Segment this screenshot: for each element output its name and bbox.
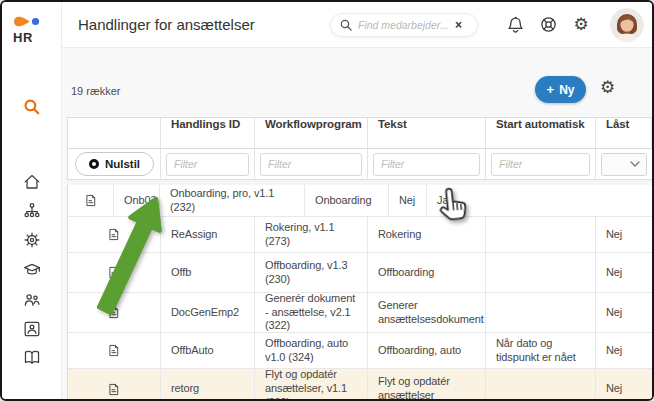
cell-tekst: Onboarding (305, 185, 389, 217)
cell-laast: Ja (427, 185, 652, 217)
reset-icon (89, 159, 99, 169)
sidebar-item-people[interactable] (22, 290, 42, 310)
cell-handlings-id: ReAssign (161, 217, 255, 253)
document-icon[interactable] (107, 227, 121, 242)
column-header-laast[interactable]: Låst (596, 118, 652, 149)
search-input[interactable] (358, 19, 450, 31)
table-filter-row: Nulstil (68, 149, 652, 180)
topbar: Handlinger for ansættelser × ⚙ (62, 2, 652, 48)
cell-start-automatisk (486, 293, 596, 333)
document-icon[interactable] (107, 343, 121, 358)
notifications-button[interactable] (505, 15, 525, 35)
filter-cell-reset: Nulstil (68, 149, 161, 180)
column-header-tekst[interactable]: Tekst (368, 118, 486, 149)
chevron-down-icon (630, 161, 640, 167)
filter-input-workflowprogram[interactable] (260, 153, 362, 176)
new-button[interactable]: + Ny (535, 76, 586, 103)
cell-workflowprogram: Onboarding, pro, v1.1 (232) (160, 185, 305, 217)
cell-tekst: Rokering (368, 217, 486, 253)
cell-start-automatisk (486, 369, 596, 401)
lifebuoy-icon (539, 15, 558, 34)
bell-icon (506, 15, 525, 34)
document-icon[interactable] (107, 382, 121, 397)
cell-tekst: Flyt og opdatér ansættelser (368, 369, 486, 401)
row-icon-cell (68, 253, 161, 293)
page-title: Handlinger for ansættelser (78, 16, 255, 33)
filter-input-start-automatisk[interactable] (491, 153, 590, 176)
filter-cell (486, 149, 596, 180)
home-icon (22, 172, 42, 192)
laast-filter-select[interactable] (601, 153, 647, 176)
table-row[interactable]: DocGenEmp2 Generér dokument - ansættelse… (68, 293, 652, 333)
column-header-start-automatisk[interactable]: Start automatisk (486, 118, 596, 149)
table-row[interactable]: OffbAuto Offboarding, auto v1.0 (324) Of… (68, 333, 652, 369)
filter-cell (255, 149, 368, 180)
filter-cell (161, 149, 255, 180)
table-row[interactable]: ReAssign Rokering, v1.1 (273) Rokering N… (68, 217, 652, 253)
new-button-label: Ny (559, 83, 574, 97)
cell-laast: Nej (596, 293, 652, 333)
filter-cell-laast (596, 149, 652, 180)
cell-workflowprogram: Generér dokument - ansættelse, v2.1 (322… (255, 293, 368, 333)
cell-laast: Nej (596, 333, 652, 369)
actions-table: Handlings ID Workflowprogram Tekst Start… (67, 117, 652, 399)
org-chart-icon (22, 201, 42, 221)
cell-handlings-id: Onb03 (114, 185, 160, 217)
gear-icon: ⚙ (573, 16, 588, 33)
user-avatar[interactable] (610, 8, 644, 42)
table-row[interactable]: Offb Offboarding, v1.3 (230) Offboarding… (68, 253, 652, 293)
filter-input-tekst[interactable] (373, 153, 480, 176)
cell-handlings-id: Offb (161, 253, 255, 293)
search-clear-icon[interactable]: × (455, 19, 462, 31)
cell-laast: Nej (596, 253, 652, 293)
sidebar-item-employee-card[interactable] (22, 319, 42, 339)
document-icon[interactable] (107, 265, 121, 280)
row-icon-cell (68, 293, 161, 333)
sidebar-item-settings[interactable] (22, 230, 42, 250)
settings-button[interactable]: ⚙ (571, 15, 591, 35)
sidebar-item-education[interactable] (22, 260, 42, 280)
row-icon-cell (68, 185, 114, 217)
document-icon[interactable] (84, 193, 98, 208)
reset-button-label: Nulstil (105, 158, 140, 170)
row-icon-cell (68, 333, 161, 369)
filter-cell (368, 149, 486, 180)
sidebar-item-home[interactable] (22, 172, 42, 192)
sidebar-item-handbook[interactable] (22, 348, 42, 368)
cell-start-automatisk: Nej (389, 185, 427, 217)
cell-workflowprogram: Rokering, v1.1 (273) (255, 217, 368, 253)
cell-laast: Nej (596, 369, 652, 401)
app-window: HR (0, 0, 654, 401)
table-row-selected[interactable]: retorg Flyt og opdatér ansættelser, v1.1… (68, 369, 652, 401)
avatar-photo (610, 8, 644, 42)
cell-tekst: Offboarding (368, 253, 486, 293)
cell-workflowprogram: Offboarding, auto v1.0 (324) (255, 333, 368, 369)
gear-icon (22, 230, 42, 250)
table-row-highlighted[interactable]: Onb03 Onboarding, pro, v1.1 (232) Onboar… (68, 185, 652, 217)
app-logo[interactable]: HR (2, 14, 62, 45)
cell-start-automatisk (486, 217, 596, 253)
help-button[interactable] (538, 15, 558, 35)
plus-icon: + (547, 83, 555, 96)
row-count: 19 rækker (71, 85, 121, 97)
filter-input-handlings-id[interactable] (166, 153, 249, 176)
reset-filters-button[interactable]: Nulstil (75, 152, 154, 176)
column-header-workflowprogram[interactable]: Workflowprogram (255, 118, 368, 149)
cell-handlings-id: retorg (161, 369, 255, 401)
logo-text: HR (13, 30, 62, 45)
row-icon-cell (68, 369, 161, 401)
logo-dots-icon (11, 14, 45, 29)
table-settings-button[interactable]: ⚙ (600, 79, 615, 97)
sidebar-item-organisation[interactable] (22, 201, 42, 221)
column-header-icon (68, 118, 161, 149)
sidebar: HR (2, 2, 62, 399)
row-icon-cell (68, 217, 161, 253)
column-header-handlings-id[interactable]: Handlings ID (161, 118, 255, 149)
cell-workflowprogram: Flyt og opdatér ansættelser, v1.1 (269) (255, 369, 368, 401)
cell-start-automatisk: Når dato og tidspunkt er nået (486, 333, 596, 369)
global-search[interactable]: × (330, 13, 478, 37)
sidebar-item-search[interactable] (22, 97, 42, 117)
cell-tekst: Offboarding, auto (368, 333, 486, 369)
cell-laast: Nej (596, 217, 652, 253)
document-icon[interactable] (107, 305, 121, 320)
